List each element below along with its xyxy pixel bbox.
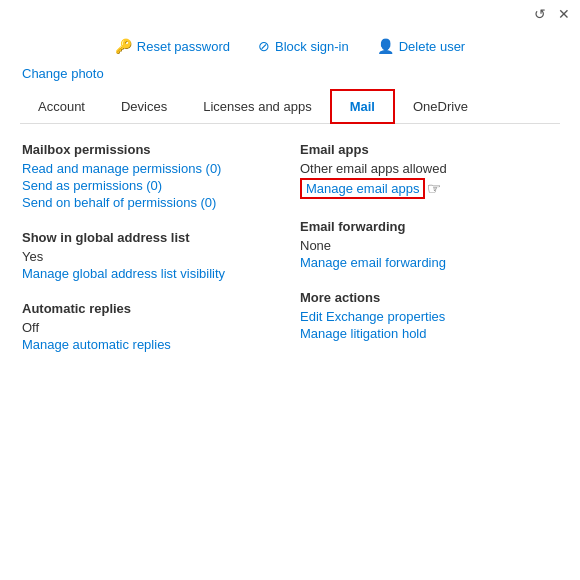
block-signin-label: Block sign-in <box>275 39 349 54</box>
read-manage-permissions-link[interactable]: Read and manage permissions (0) <box>22 161 280 176</box>
more-actions-section: More actions Edit Exchange properties Ma… <box>300 290 558 341</box>
email-apps-link-row: Manage email apps ☞ <box>300 178 558 199</box>
title-bar: ↺ ✕ <box>0 0 580 28</box>
right-column: Email apps Other email apps allowed Mana… <box>300 142 558 372</box>
manage-email-apps-link[interactable]: Manage email apps <box>306 181 419 196</box>
manage-email-forwarding-link[interactable]: Manage email forwarding <box>300 255 558 270</box>
tab-devices[interactable]: Devices <box>103 89 185 123</box>
email-forwarding-title: Email forwarding <box>300 219 558 234</box>
main-content: Mailbox permissions Read and manage perm… <box>0 124 580 372</box>
manage-automatic-replies-link[interactable]: Manage automatic replies <box>22 337 280 352</box>
block-icon: ⊘ <box>258 38 270 54</box>
key-icon: 🔑 <box>115 38 132 54</box>
reset-password-label: Reset password <box>137 39 230 54</box>
email-apps-value: Other email apps allowed <box>300 161 558 176</box>
mailbox-permissions-title: Mailbox permissions <box>22 142 280 157</box>
email-apps-title: Email apps <box>300 142 558 157</box>
reset-password-button[interactable]: 🔑 Reset password <box>115 38 230 54</box>
send-as-permissions-link[interactable]: Send as permissions (0) <box>22 178 280 193</box>
send-on-behalf-permissions-link[interactable]: Send on behalf of permissions (0) <box>22 195 280 210</box>
tab-bar: Account Devices Licenses and apps Mail O… <box>20 89 560 124</box>
tab-mail[interactable]: Mail <box>330 89 395 124</box>
automatic-replies-title: Automatic replies <box>22 301 280 316</box>
tab-account[interactable]: Account <box>20 89 103 123</box>
mailbox-permissions-section: Mailbox permissions Read and manage perm… <box>22 142 280 210</box>
tab-licenses-and-apps[interactable]: Licenses and apps <box>185 89 329 123</box>
automatic-replies-value: Off <box>22 320 280 335</box>
global-address-list-value: Yes <box>22 249 280 264</box>
change-photo-link[interactable]: Change photo <box>0 62 580 81</box>
delete-user-label: Delete user <box>399 39 465 54</box>
email-forwarding-value: None <box>300 238 558 253</box>
email-apps-section: Email apps Other email apps allowed Mana… <box>300 142 558 199</box>
tab-onedrive[interactable]: OneDrive <box>395 89 486 123</box>
manage-global-address-list-link[interactable]: Manage global address list visibility <box>22 266 280 281</box>
manage-email-apps-box: Manage email apps <box>300 178 425 199</box>
refresh-button[interactable]: ↺ <box>534 6 546 22</box>
global-address-list-title: Show in global address list <box>22 230 280 245</box>
delete-user-button[interactable]: 👤 Delete user <box>377 38 465 54</box>
left-column: Mailbox permissions Read and manage perm… <box>22 142 300 372</box>
user-delete-icon: 👤 <box>377 38 394 54</box>
global-address-list-section: Show in global address list Yes Manage g… <box>22 230 280 281</box>
email-forwarding-section: Email forwarding None Manage email forwa… <box>300 219 558 270</box>
block-signin-button[interactable]: ⊘ Block sign-in <box>258 38 349 54</box>
edit-exchange-properties-link[interactable]: Edit Exchange properties <box>300 309 558 324</box>
automatic-replies-section: Automatic replies Off Manage automatic r… <box>22 301 280 352</box>
manage-litigation-hold-link[interactable]: Manage litigation hold <box>300 326 558 341</box>
cursor-icon: ☞ <box>427 179 441 198</box>
close-button[interactable]: ✕ <box>558 6 570 22</box>
toolbar: 🔑 Reset password ⊘ Block sign-in 👤 Delet… <box>0 28 580 62</box>
more-actions-title: More actions <box>300 290 558 305</box>
